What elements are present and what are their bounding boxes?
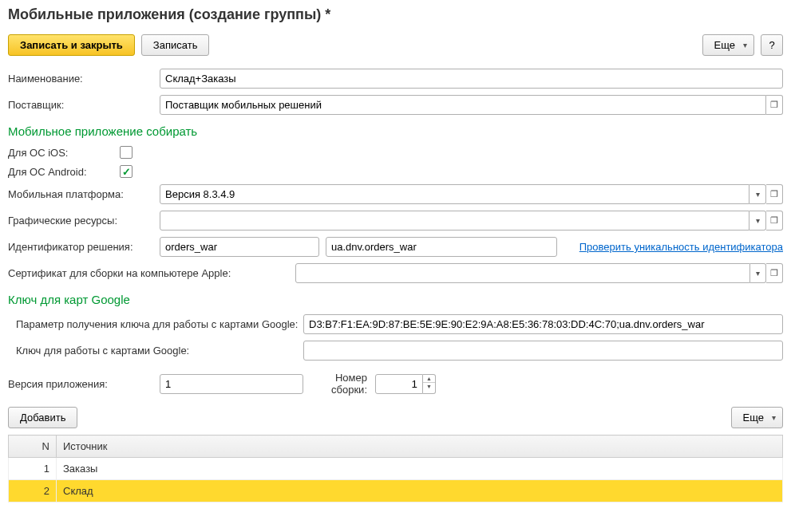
add-button[interactable]: Добавить [8,407,77,428]
ios-label: Для ОС iOS: [8,147,120,159]
more-button-2[interactable]: Еще [731,407,783,428]
open-icon[interactable]: ❐ [766,263,783,283]
name-label: Наименование: [8,73,160,85]
google-key-label: Ключ для работы с картами Google: [16,345,303,357]
save-button[interactable]: Записать [141,34,210,56]
help-button[interactable]: ? [761,34,783,56]
col-source[interactable]: Источник [57,435,783,458]
solution-id-input-2[interactable] [326,237,557,257]
section-google: Ключ для карт Google [8,293,783,306]
supplier-input[interactable] [160,95,766,115]
build-number-label: Номер сборки: [303,372,375,396]
open-icon[interactable]: ❐ [766,184,783,204]
build-number-input[interactable] [375,374,423,394]
platform-label: Мобильная платформа: [8,188,160,200]
platform-input[interactable] [160,184,749,204]
google-param-input[interactable] [303,314,783,334]
col-n[interactable]: N [9,435,57,458]
google-param-label: Параметр получения ключа для работы с ка… [16,318,303,330]
graphics-input[interactable] [160,211,749,231]
graphics-label: Графические ресурсы: [8,215,160,227]
name-input[interactable] [160,69,783,89]
app-version-input[interactable] [160,374,303,394]
open-icon[interactable]: ❐ [766,95,783,115]
google-key-input[interactable] [303,341,783,361]
table-row[interactable]: 2 Склад [9,480,783,502]
main-toolbar: Записать и закрыть Записать Еще ? [8,34,783,56]
android-label: Для ОС Android: [8,166,120,178]
solution-id-label: Идентификатор решения: [8,241,160,253]
table-row[interactable]: 1 Заказы [9,458,783,480]
save-close-button[interactable]: Записать и закрыть [8,34,135,56]
page-title: Мобильные приложения (создание группы) * [8,6,783,23]
apple-cert-label: Сертификат для сборки на компьютере Appl… [8,267,295,279]
solution-id-input-1[interactable] [160,237,319,257]
check-unique-link[interactable]: Проверить уникальность идентификатора [579,241,783,253]
chevron-down-icon[interactable]: ▾ [749,184,766,204]
open-icon[interactable]: ❐ [766,211,783,231]
apple-cert-input[interactable] [295,263,750,283]
section-build: Мобильное приложение собирать [8,124,783,138]
chevron-down-icon[interactable]: ▾ [749,211,766,231]
app-version-label: Версия приложения: [8,378,160,390]
android-checkbox[interactable] [120,165,132,178]
sources-table: N Источник 1 Заказы 2 Склад [8,435,783,502]
more-button[interactable]: Еще [702,34,754,56]
supplier-label: Поставщик: [8,99,160,111]
spinner-down-icon[interactable]: ▼ [423,383,435,391]
ios-checkbox[interactable] [120,146,132,159]
spinner-up-icon[interactable]: ▲ [423,375,435,384]
chevron-down-icon[interactable]: ▾ [750,263,767,283]
